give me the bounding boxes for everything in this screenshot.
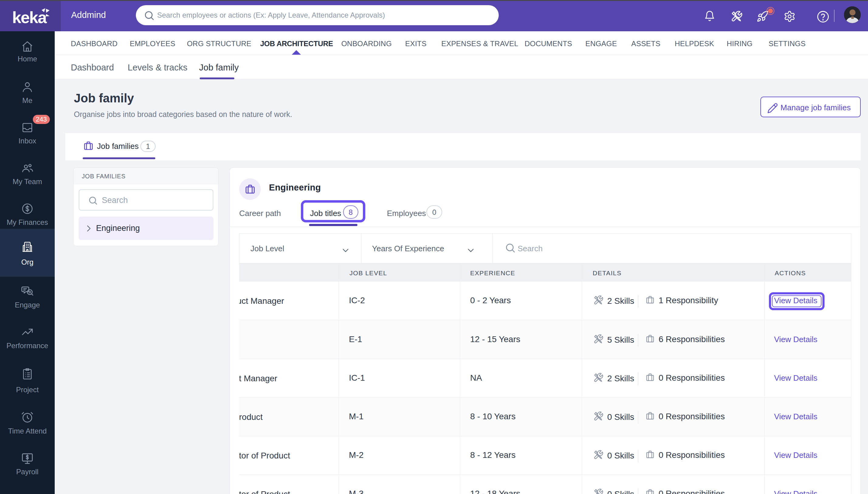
svg-text:keka: keka [12, 8, 47, 26]
